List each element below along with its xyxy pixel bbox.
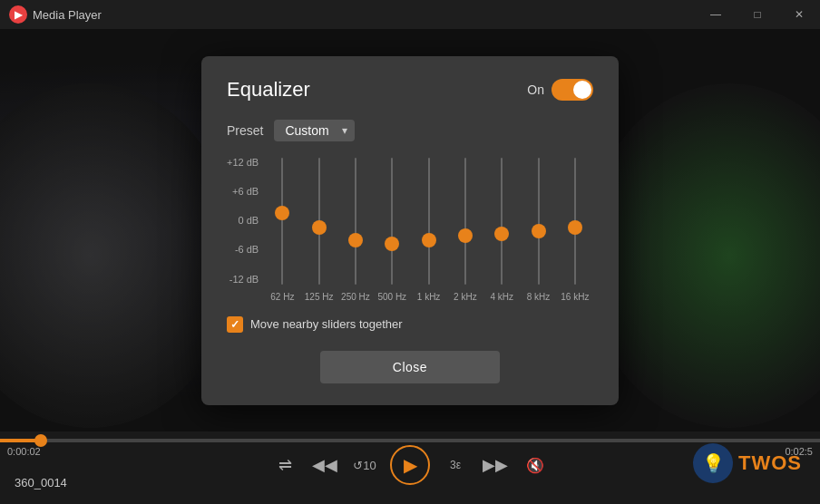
band-track-6 xyxy=(501,158,503,285)
band-track-5 xyxy=(464,158,466,285)
band-thumb-8[interactable] xyxy=(568,220,582,235)
band-freq-label-0: 62 Hz xyxy=(270,292,294,302)
close-window-button[interactable]: ✕ xyxy=(778,0,820,29)
maximize-button[interactable]: □ xyxy=(737,0,778,29)
band-slider-wrap-4[interactable] xyxy=(420,158,438,285)
band-slider-wrap-3[interactable] xyxy=(383,158,401,285)
speed-button[interactable]: 3ε xyxy=(441,451,470,480)
db-label-6: +6 dB xyxy=(227,187,259,197)
prev-button[interactable]: ◀◀ xyxy=(310,451,339,480)
db-label-n12: -12 dB xyxy=(227,275,259,285)
band-freq-label-4: 1 kHz xyxy=(417,292,441,302)
close-button[interactable]: Close xyxy=(320,351,500,383)
title-bar: ▶ Media Player — □ ✕ xyxy=(0,0,820,29)
band-freq-label-6: 4 kHz xyxy=(490,292,513,302)
band-freq-label-2: 250 Hz xyxy=(341,292,370,302)
eq-band-4: 1 kHz xyxy=(410,158,446,302)
close-button-row: Close xyxy=(227,351,593,383)
shuffle-button[interactable]: ⇌ xyxy=(270,451,299,480)
band-freq-label-8: 16 kHz xyxy=(561,292,589,302)
preset-label: Preset xyxy=(227,123,263,138)
band-slider-wrap-1[interactable] xyxy=(310,158,328,285)
eq-band-8: 16 kHz xyxy=(557,158,593,302)
band-freq-label-5: 2 kHz xyxy=(454,292,477,302)
eq-band-3: 500 Hz xyxy=(374,158,410,302)
brand-logo: 💡 TWOS xyxy=(693,443,802,483)
app-icon: ▶ xyxy=(9,5,27,24)
band-thumb-1[interactable] xyxy=(312,220,327,235)
band-track-7 xyxy=(538,158,540,285)
db-label-n6: -6 dB xyxy=(227,245,259,255)
band-freq-label-7: 8 kHz xyxy=(527,292,551,302)
minimize-button[interactable]: — xyxy=(695,0,737,29)
band-thumb-3[interactable] xyxy=(385,237,399,251)
band-thumb-0[interactable] xyxy=(275,206,289,220)
bottom-bar: 0:00:02 0:02:5 ⇌ ◀◀ ↺10 ▶ 3ε ▶▶ 🔇 💡 TWOS… xyxy=(0,431,820,504)
band-slider-wrap-5[interactable] xyxy=(456,158,474,285)
band-thumb-4[interactable] xyxy=(422,233,436,247)
band-track-4 xyxy=(428,158,430,285)
window-controls: — □ ✕ xyxy=(695,0,820,29)
band-freq-label-3: 500 Hz xyxy=(377,292,406,302)
band-track-3 xyxy=(391,158,393,285)
eq-header: Equalizer On xyxy=(227,78,593,102)
move-sliders-checkbox[interactable]: ✓ xyxy=(227,316,243,333)
band-thumb-2[interactable] xyxy=(348,233,363,247)
play-button[interactable]: ▶ xyxy=(390,445,430,485)
eq-band-5: 2 kHz xyxy=(447,158,483,302)
eq-title: Equalizer xyxy=(227,78,310,102)
band-slider-wrap-6[interactable] xyxy=(493,158,511,285)
eq-band-2: 250 Hz xyxy=(337,158,374,302)
mute-button[interactable]: 🔇 xyxy=(521,451,550,480)
overlay-backdrop: Equalizer On Preset Custom +12 dB +6 dB xyxy=(0,29,820,431)
band-slider-wrap-8[interactable] xyxy=(566,158,584,285)
toggle-knob xyxy=(573,81,591,99)
band-thumb-6[interactable] xyxy=(494,227,509,241)
eq-bands: 62 Hz125 Hz250 Hz500 Hz1 kHz2 kHz4 kHz8 … xyxy=(264,158,593,302)
app-title: Media Player xyxy=(33,8,695,22)
db-label-0: 0 dB xyxy=(227,216,259,226)
preset-dropdown-wrap: Custom xyxy=(274,120,355,141)
band-slider-wrap-2[interactable] xyxy=(347,158,365,285)
db-labels-column: +12 dB +6 dB 0 dB -6 dB -12 dB xyxy=(227,158,259,285)
db-label-12: +12 dB xyxy=(227,158,259,168)
band-freq-label-1: 125 Hz xyxy=(305,292,334,302)
band-thumb-5[interactable] xyxy=(458,228,473,243)
band-slider-wrap-0[interactable] xyxy=(273,158,291,285)
eq-band-1: 125 Hz xyxy=(300,158,337,302)
equalizer-dialog: Equalizer On Preset Custom +12 dB +6 dB xyxy=(201,56,619,405)
eq-band-7: 8 kHz xyxy=(520,158,556,302)
controls-row: ⇌ ◀◀ ↺10 ▶ 3ε ▶▶ 🔇 💡 TWOS xyxy=(0,442,820,488)
band-slider-wrap-7[interactable] xyxy=(530,158,548,285)
preset-dropdown[interactable]: Custom xyxy=(274,120,355,141)
file-name: 360_0014 xyxy=(15,476,67,489)
eq-band-6: 4 kHz xyxy=(483,158,520,302)
checkbox-row: ✓ Move nearby sliders together xyxy=(227,316,593,333)
eq-toggle-row: On xyxy=(527,79,593,101)
checkbox-label: Move nearby sliders together xyxy=(250,317,403,331)
preset-row: Preset Custom xyxy=(227,120,593,141)
next-button[interactable]: ▶▶ xyxy=(481,451,510,480)
rewind-button[interactable]: ↺10 xyxy=(350,451,379,480)
eq-toggle-switch[interactable] xyxy=(552,79,593,101)
eq-sliders-area: +12 dB +6 dB 0 dB -6 dB -12 dB 62 Hz125 … xyxy=(227,158,593,302)
checkmark-icon: ✓ xyxy=(230,318,239,331)
band-thumb-7[interactable] xyxy=(532,224,546,238)
eq-toggle-label: On xyxy=(527,82,544,97)
band-track-2 xyxy=(355,158,356,285)
brand-icon: 💡 xyxy=(693,443,733,483)
eq-band-0: 62 Hz xyxy=(264,158,300,302)
brand-text: TWOS xyxy=(738,451,802,475)
band-track-0 xyxy=(281,158,283,285)
